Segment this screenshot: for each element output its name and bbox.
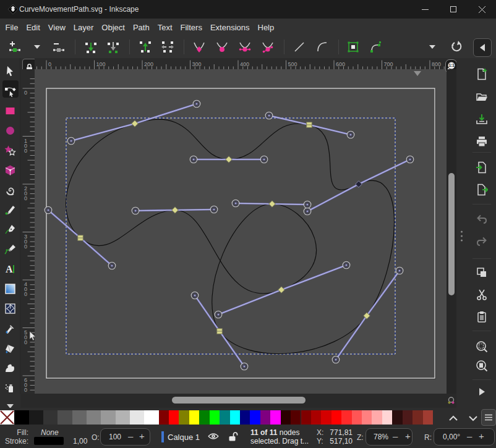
menu-view[interactable]: View	[44, 23, 69, 32]
color-swatch[interactable]	[101, 410, 115, 425]
handle-endpoint[interactable]	[347, 131, 354, 138]
node-smooth-button[interactable]	[215, 40, 229, 54]
color-swatch[interactable]	[189, 410, 199, 425]
print-icon[interactable]	[474, 134, 489, 149]
insert-node-button[interactable]	[7, 40, 22, 54]
tool-pencil[interactable]	[2, 202, 18, 218]
color-swatch[interactable]	[130, 410, 144, 425]
vertical-scrollbar[interactable]	[447, 69, 456, 394]
color-swatch[interactable]	[144, 410, 158, 425]
tool-3dbox[interactable]	[2, 163, 18, 178]
close-button[interactable]	[468, 0, 496, 19]
handle-endpoint[interactable]	[232, 200, 239, 207]
join-nodes-segment-button[interactable]	[106, 40, 121, 54]
handle-endpoint[interactable]	[304, 201, 311, 208]
paste-icon[interactable]	[474, 310, 489, 324]
tool-rectangle[interactable]	[2, 103, 18, 119]
palette-scroll-down[interactable]	[468, 413, 478, 424]
vertical-ruler[interactable]: 0100200300400500600	[20, 69, 35, 394]
duplicate-icon[interactable]	[474, 265, 489, 280]
handle-endpoint[interactable]	[241, 363, 248, 370]
handle-endpoint[interactable]	[210, 206, 218, 213]
dock-splitter[interactable]	[456, 58, 468, 408]
tool-star[interactable]	[2, 143, 18, 158]
layer-lock-icon[interactable]	[229, 431, 238, 443]
horizontal-ruler[interactable]: 0100200300400500600700800	[35, 58, 447, 69]
node-corner-button[interactable]	[192, 40, 207, 54]
import-icon[interactable]	[474, 160, 489, 175]
handle-endpoint[interactable]	[406, 156, 414, 163]
object-rotate-icon[interactable]	[449, 40, 464, 54]
color-swatch[interactable]	[341, 410, 351, 425]
insert-node-dropdown[interactable]	[30, 40, 45, 54]
rotation-value[interactable]: 0,00°	[443, 433, 460, 441]
color-swatch[interactable]	[392, 410, 402, 425]
tool-spray[interactable]	[2, 380, 18, 395]
layer-name[interactable]: Calque 1	[168, 433, 200, 442]
opacity-decrease[interactable]: –	[128, 431, 133, 441]
tool-tweak[interactable]	[2, 360, 18, 376]
tool-selector[interactable]	[2, 64, 18, 79]
opacity-spinner[interactable]: 100 – +	[100, 428, 150, 446]
tool-node[interactable]	[2, 83, 18, 99]
rotation-increase[interactable]: +	[479, 431, 484, 441]
color-swatch[interactable]	[260, 410, 270, 425]
tool-gradient[interactable]	[2, 281, 18, 297]
color-swatch[interactable]	[372, 410, 382, 425]
handle-endpoint[interactable]	[215, 311, 222, 318]
color-swatch[interactable]	[169, 410, 179, 425]
menu-help[interactable]: Help	[254, 23, 278, 32]
new-document-icon[interactable]	[474, 67, 489, 82]
color-swatch[interactable]	[403, 410, 413, 425]
zoom-spinner[interactable]: 78% – +	[366, 428, 413, 446]
color-swatch[interactable]	[291, 410, 301, 425]
join-nodes-button[interactable]	[83, 40, 98, 54]
break-nodes-button[interactable]	[138, 40, 153, 54]
handle-endpoint[interactable]	[108, 262, 116, 269]
maximize-button[interactable]	[439, 0, 468, 19]
color-swatch[interactable]	[230, 410, 240, 425]
cut-icon[interactable]	[474, 287, 489, 302]
node-auto-button[interactable]	[260, 40, 275, 54]
handle-endpoint[interactable]	[396, 267, 403, 274]
color-swatch[interactable]	[270, 410, 280, 425]
redo-icon[interactable]	[474, 234, 489, 249]
swatch-none[interactable]	[0, 410, 14, 425]
palette-menu-button[interactable]	[481, 409, 496, 426]
color-swatch[interactable]	[116, 410, 130, 425]
canvas-drawing[interactable]	[35, 69, 447, 394]
menu-text[interactable]: Text	[153, 23, 176, 32]
zoom-increase[interactable]: +	[405, 431, 411, 441]
color-swatch[interactable]	[321, 410, 331, 425]
horizontal-scrollbar[interactable]	[20, 394, 456, 408]
zoom-selection-icon[interactable]	[474, 339, 489, 354]
expand-panel-icon[interactable]	[474, 384, 489, 399]
opacity-increase[interactable]: +	[139, 431, 145, 441]
object-to-path-button[interactable]	[346, 40, 361, 54]
tool-bucket[interactable]	[2, 340, 18, 356]
zoom-drawing-icon[interactable]	[474, 358, 489, 373]
color-swatch[interactable]	[72, 410, 87, 425]
handle-endpoint[interactable]	[45, 206, 52, 214]
menu-extensions[interactable]: Extensions	[206, 23, 254, 32]
fill-value[interactable]: None	[41, 428, 59, 437]
menu-filters[interactable]: Filters	[176, 23, 206, 32]
menu-path[interactable]: Path	[129, 23, 153, 32]
color-swatch[interactable]	[331, 410, 341, 425]
color-swatch[interactable]	[382, 410, 392, 425]
color-swatch[interactable]	[240, 410, 250, 425]
segment-line-button[interactable]	[292, 40, 307, 54]
segment-curve-button[interactable]	[315, 40, 330, 54]
color-swatch[interactable]	[179, 410, 189, 425]
handle-endpoint[interactable]	[343, 261, 350, 269]
tool-ellipse[interactable]	[2, 123, 18, 138]
handle-endpoint[interactable]	[190, 156, 197, 163]
handle-endpoint[interactable]	[193, 100, 200, 108]
path-node[interactable]	[78, 235, 83, 241]
menu-edit[interactable]: Edit	[22, 23, 44, 32]
menu-file[interactable]: File	[1, 23, 22, 32]
zoom-value[interactable]: 78%	[374, 433, 388, 441]
color-swatch[interactable]	[352, 410, 362, 425]
layer-visibility-icon[interactable]	[208, 432, 219, 442]
horizontal-scrollbar-thumb[interactable]	[172, 397, 306, 404]
